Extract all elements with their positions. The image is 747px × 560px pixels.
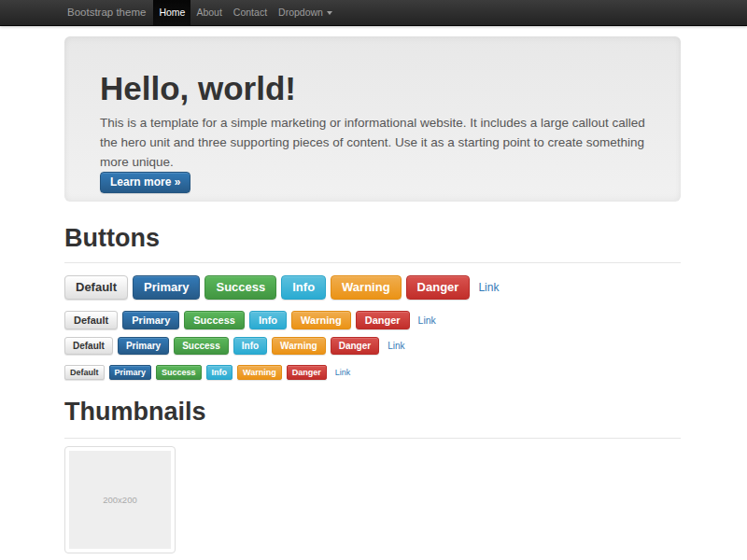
thumbnails-heading: Thumbnails: [64, 399, 681, 426]
buttons-page-header: Buttons: [64, 225, 681, 263]
warning-button-lg[interactable]: Warning: [331, 275, 402, 300]
info-button-sm[interactable]: Info: [233, 337, 267, 355]
hero-body: This is a template for a simple marketin…: [100, 113, 645, 172]
link-button-sm[interactable]: Link: [388, 341, 404, 351]
success-button-xs[interactable]: Success: [156, 365, 202, 380]
link-button-xs[interactable]: Link: [335, 368, 351, 377]
nav-item-label: Contact: [233, 0, 267, 25]
nav-item-label: Dropdown: [278, 0, 323, 25]
success-button-sm[interactable]: Success: [174, 337, 229, 355]
link-button-lg[interactable]: Link: [478, 281, 499, 294]
default-button-sm[interactable]: Default: [64, 337, 113, 355]
primary-button-lg[interactable]: Primary: [133, 275, 200, 300]
nav-item-about[interactable]: About: [190, 0, 227, 25]
nav-item-dropdown[interactable]: Dropdown: [273, 0, 338, 25]
primary-button-md[interactable]: Primary: [122, 311, 179, 329]
navbar-inner: Bootstrap theme HomeAboutContactDropdown: [64, 0, 338, 25]
button-row-xs: DefaultPrimarySuccessInfoWarningDangerLi…: [64, 365, 681, 380]
success-button-lg[interactable]: Success: [204, 275, 276, 300]
buttons-heading: Buttons: [64, 225, 681, 252]
nav-item-label: About: [196, 0, 221, 25]
warning-button-md[interactable]: Warning: [291, 311, 351, 329]
primary-button-sm[interactable]: Primary: [118, 337, 169, 355]
navbar-nav: HomeAboutContactDropdown: [153, 0, 338, 25]
learn-more-button[interactable]: Learn more »: [100, 172, 190, 193]
danger-button-lg[interactable]: Danger: [406, 275, 471, 300]
button-row-lg: DefaultPrimarySuccessInfoWarningDangerLi…: [64, 275, 681, 300]
jumbotron: Hello, world! This is a template for a s…: [64, 36, 681, 202]
info-button-xs[interactable]: Info: [206, 365, 233, 380]
info-button-md[interactable]: Info: [249, 311, 287, 329]
caret-down-icon: [327, 11, 332, 15]
nav-item-home[interactable]: Home: [153, 0, 190, 25]
thumbnail[interactable]: 200x200: [64, 446, 176, 553]
navbar: Bootstrap theme HomeAboutContactDropdown: [0, 0, 747, 26]
thumbnails-page-header: Thumbnails: [64, 399, 681, 439]
primary-button-xs[interactable]: Primary: [109, 365, 152, 380]
button-row-sm: DefaultPrimarySuccessInfoWarningDangerLi…: [64, 337, 681, 355]
danger-button-sm[interactable]: Danger: [331, 337, 379, 355]
success-button-md[interactable]: Success: [184, 311, 245, 329]
warning-button-sm[interactable]: Warning: [272, 337, 326, 355]
danger-button-md[interactable]: Danger: [356, 311, 410, 329]
info-button-lg[interactable]: Info: [281, 275, 326, 300]
nav-item-label: Home: [159, 0, 185, 25]
navbar-brand[interactable]: Bootstrap theme: [64, 0, 153, 25]
nav-item-contact[interactable]: Contact: [228, 0, 273, 25]
warning-button-xs[interactable]: Warning: [237, 365, 282, 380]
button-rows: DefaultPrimarySuccessInfoWarningDangerLi…: [64, 275, 681, 380]
button-row-md: DefaultPrimarySuccessInfoWarningDangerLi…: [64, 311, 681, 329]
default-button-xs[interactable]: Default: [64, 365, 105, 380]
main-container: Hello, world! This is a template for a s…: [64, 36, 681, 553]
link-button-md[interactable]: Link: [418, 315, 436, 326]
default-button-md[interactable]: Default: [64, 311, 118, 329]
default-button-lg[interactable]: Default: [64, 275, 128, 300]
hero-title: Hello, world!: [100, 72, 645, 105]
thumbnail-placeholder-image: 200x200: [69, 451, 171, 549]
danger-button-xs[interactable]: Danger: [287, 365, 327, 380]
